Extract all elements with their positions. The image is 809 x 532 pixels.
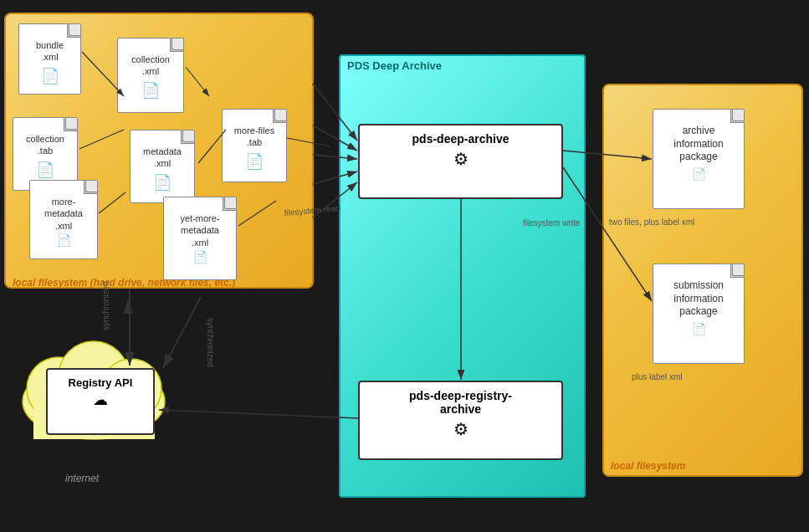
plus-label-xml: plus label xml <box>632 372 683 381</box>
pds-deep-registry-archive-process: pds-deep-registry-archive ⚙ <box>358 381 563 460</box>
pds-deep-archive-process: pds-deep-archive ⚙ <box>358 124 563 199</box>
right-filesystem-label: local filesystem <box>611 460 685 472</box>
cloud-icon: ☁ <box>48 391 153 409</box>
main-canvas: local filesystem (hard drive, network fi… <box>0 0 809 532</box>
more-metadata-xml-file: more-metadata.xml 📄 <box>29 180 98 259</box>
metadata-xml-file: metadata.xml 📄 <box>130 130 195 203</box>
pds-deep-archive-label: pds-deep-archive <box>360 132 561 146</box>
two-files-label: two files, plus label xml <box>609 217 694 227</box>
archive-information-package-file: archiveinformationpackage 📄 <box>653 109 745 209</box>
registry-api-box: Registry API ☁ <box>46 368 155 435</box>
middle-box-label: PDS Deep Archive <box>347 59 442 72</box>
gear-icon-1: ⚙ <box>360 149 561 169</box>
archive-package-label: archiveinformationpackage <box>653 110 744 164</box>
svg-line-24 <box>159 410 358 418</box>
gear-icon-2: ⚙ <box>360 419 561 439</box>
submission-package-label: submissioninformationpackage <box>653 264 744 319</box>
pds-deep-registry-archive-label: pds-deep-registry-archive <box>360 389 561 416</box>
bundle-xml-file: bundle.xml 📄 <box>18 23 81 95</box>
collection-xml-file: collection.xml 📄 <box>117 38 184 113</box>
yet-more-metadata-xml-file: yet-more-metadata.xml 📄 <box>163 197 237 280</box>
registry-api-label: Registry API <box>48 376 153 389</box>
svg-text:synchronized: synchronized <box>206 318 215 367</box>
submission-information-package-file: submissioninformationpackage 📄 <box>653 263 745 364</box>
more-files-tab-file: more-files.tab 📄 <box>222 109 287 182</box>
internet-label: internet <box>65 473 99 484</box>
